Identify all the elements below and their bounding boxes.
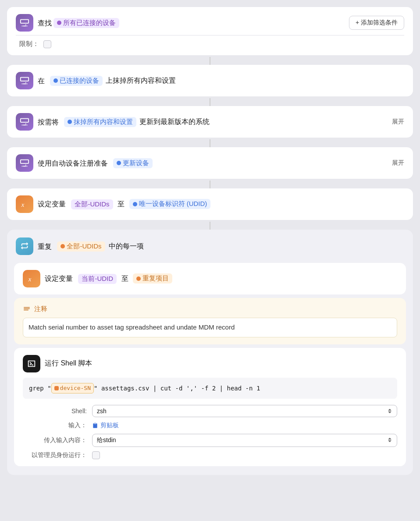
step2-tag[interactable]: 已连接的设备 [50,76,103,86]
shell-fields: Shell: zsh 输入： 剪贴板 传入输入内容： 给stdin 以管理员身份… [23,405,397,459]
step1-prefix: 查找 [38,19,52,26]
add-filter-button[interactable]: + 添加筛选条件 [349,16,404,30]
step2-icon [16,72,33,89]
step4-icon [16,154,33,172]
step3-expand[interactable]: 展开 [392,118,404,126]
step3-icon [16,113,33,131]
limit-row: 限制： [16,40,404,48]
repeat-prefix: 重复 [38,242,52,250]
step4-prefix: 使用自动设备注册准备 [38,159,108,167]
repeat-tag-dot [61,244,65,248]
connector-5 [210,222,210,230]
step6a-card: x 设定变量 当前-UDID 至 重复项目 [14,263,406,294]
repeat-tag[interactable]: 全部-UDIDs [57,241,105,252]
clipboard-tag[interactable]: 剪贴板 [92,422,397,429]
pass-input-chevron [387,437,392,443]
shell-select[interactable]: zsh [92,405,397,417]
input-label: 输入： [32,422,87,429]
svg-text:x: x [28,276,32,283]
clipboard-icon [92,422,98,429]
step3-tag[interactable]: 抹掉所有内容和设置 [64,117,136,127]
repeat-suffix: 中的每一项 [109,242,144,250]
step2-text: 在 已连接的设备 上抹掉所有内容和设置 [38,76,404,86]
pass-input-label: 传入输入内容： [32,436,87,444]
repeat-container: 重复 全部-UDIDs 中的每一项 x 设定变量 当前-UDID 至 [7,230,413,475]
step5-icon: x [16,195,33,213]
step5-tag1[interactable]: 全部-UDIDs [71,199,113,209]
step6a-icon: x [23,270,40,287]
connector-3 [210,139,210,147]
comment-card: 注释 Match serial number to asset tag spre… [14,298,406,344]
step4-expand[interactable]: 展开 [392,159,404,167]
step4-card: 使用自动设备注册准备 更新设备 展开 [7,147,413,179]
code-suffix: " assettags.csv | cut -d ',' -f 2 | head… [94,385,260,392]
step1-icon [16,14,33,32]
step5-prefix: 设定变量 [38,200,66,208]
comment-title: 注释 [34,305,47,313]
step3-card: 按需将 抹掉所有内容和设置 更新到最新版本的系统 展开 [7,106,413,138]
step6a-text: 设定变量 当前-UDID 至 重复项目 [45,273,397,284]
step5-middle: 至 [117,200,125,208]
connector-1 [210,57,210,65]
admin-checkbox[interactable] [92,451,100,459]
step2-prefix: 在 [38,77,45,84]
step1-tag[interactable]: 所有已连接的设备 [53,18,119,28]
step5-text: 设定变量 全部-UDIDs 至 唯一设备标识符 (UDID) [38,199,404,209]
separator [16,35,404,35]
svg-text:x: x [21,201,25,208]
step6a-tag2[interactable]: 重复项目 [133,273,172,284]
limit-checkbox[interactable] [43,40,51,48]
shell-label: Shell: [32,408,87,415]
repeat-header: 重复 全部-UDIDs 中的每一项 [7,233,413,259]
step3-dot [68,120,72,124]
step6a-tag2-dot [136,276,141,281]
step2-dot [53,78,58,83]
shell-select-chevron [387,408,392,414]
step6a-prefix: 设定变量 [45,275,73,282]
step4-dot [117,161,121,165]
repeat-icon [16,237,33,255]
shell-icon [23,355,40,372]
step3-text: 按需将 抹掉所有内容和设置 更新到最新版本的系统 [38,117,388,127]
comment-text[interactable]: Match serial number to asset tag spreads… [23,318,397,337]
admin-label: 以管理员身份运行： [32,451,87,459]
connector-2 [210,98,210,106]
step4-text: 使用自动设备注册准备 更新设备 [38,158,388,168]
comment-header: 注释 [23,305,397,313]
step6a-middle: 至 [121,275,128,282]
step5-card: x 设定变量 全部-UDIDs 至 唯一设备标识符 (UDID) [7,188,413,220]
step2-card: 在 已连接的设备 上抹掉所有内容和设置 [7,65,413,96]
step1-card: 查找 所有已连接的设备 + 添加筛选条件 限制： [7,7,413,55]
comment-icon [23,305,31,313]
step5-tag2[interactable]: 唯一设备标识符 (UDID) [129,199,211,209]
repeat-text: 重复 全部-UDIDs 中的每一项 [38,241,404,252]
code-var: device-SN [51,383,94,394]
shell-card: 运行 Shell 脚本 grep " device-SN " assettags… [14,348,406,467]
shell-title: 运行 Shell 脚本 [45,359,92,368]
code-block[interactable]: grep " device-SN " assettags.csv | cut -… [23,378,397,399]
code-prefix: grep " [29,385,51,392]
step3-prefix: 按需将 [38,118,59,125]
step4-tag[interactable]: 更新设备 [113,158,153,168]
step6a-tag1[interactable]: 当前-UDID [78,274,117,284]
step3-suffix: 更新到最新版本的系统 [139,118,210,125]
step2-suffix: 上抹掉所有内容和设置 [106,77,176,84]
connector-4 [210,181,210,188]
shell-header: 运行 Shell 脚本 [23,355,397,372]
step1-tag-dot [57,21,61,25]
step5-tag2-dot [133,202,137,206]
pass-input-select[interactable]: 给stdin [92,434,397,447]
limit-label: 限制： [19,40,39,48]
step1-text: 查找 所有已连接的设备 [38,18,345,28]
